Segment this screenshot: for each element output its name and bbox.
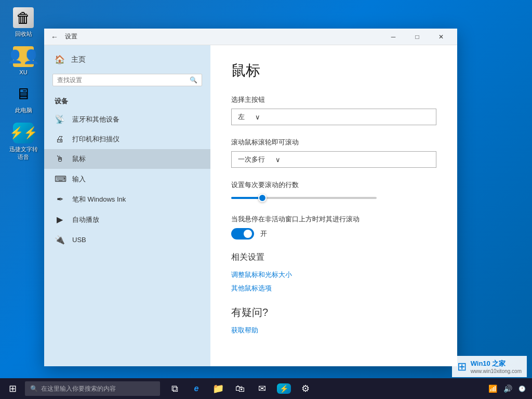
- sidebar-item-autoplay-label: 自动播放: [72, 215, 99, 224]
- window-title: 设置: [65, 32, 77, 41]
- title-bar: ← 设置 ─ □ ✕: [44, 29, 457, 45]
- clock[interactable]: 🕐: [516, 384, 528, 393]
- settings-button[interactable]: ⚙: [295, 378, 316, 399]
- scroll-arrow: ∨: [275, 156, 281, 164]
- toggle-knob: [244, 230, 252, 238]
- edge-button[interactable]: e: [186, 378, 207, 399]
- primary-button-section: 选择主按钮 左 ∨: [231, 95, 436, 125]
- get-help-link[interactable]: 获取帮助: [231, 326, 436, 335]
- lines-label: 设置每次要滚动的行数: [231, 180, 436, 190]
- sidebar-home-item[interactable]: 🏠 主页: [44, 49, 210, 70]
- app-label: 迅捷文字转语音: [7, 145, 39, 161]
- explorer-icon: 📁: [212, 383, 224, 394]
- related-settings-title: 相关设置: [231, 252, 436, 263]
- app-image: ⚡: [13, 123, 34, 143]
- content-panel: 鼠标 选择主按钮 左 ∨ 滚动鼠标滚轮即可滚动 一次多行 ∨: [210, 45, 457, 366]
- sidebar-item-autoplay[interactable]: ▶ 自动播放: [44, 209, 210, 230]
- watermark-title-text: Win10 之家: [471, 360, 506, 367]
- user-label: XU: [19, 69, 27, 75]
- maximize-icon: □: [415, 33, 419, 41]
- lines-slider-container: [231, 194, 436, 202]
- maximize-button[interactable]: □: [405, 29, 429, 45]
- close-button[interactable]: ✕: [429, 29, 453, 45]
- network-icon[interactable]: 📶: [486, 383, 499, 394]
- taskbar-app-icon: ⚡: [277, 383, 291, 394]
- edge-icon: e: [194, 384, 199, 393]
- sidebar-item-bluetooth-label: 蓝牙和其他设备: [72, 115, 119, 124]
- scroll-dropdown[interactable]: 一次多行 ∨: [231, 151, 436, 168]
- taskbar-right: 📶 🔊 🕐: [482, 383, 532, 394]
- keyboard-icon: ⌨: [55, 174, 65, 184]
- search-input[interactable]: [57, 76, 187, 84]
- page-title: 鼠标: [231, 61, 436, 81]
- back-icon: ←: [51, 33, 58, 41]
- sidebar-item-bluetooth[interactable]: 📡 蓝牙和其他设备: [44, 109, 210, 129]
- help-title: 有疑问?: [231, 305, 436, 320]
- task-view-icon: ⧉: [171, 383, 178, 394]
- store-button[interactable]: 🛍: [230, 378, 250, 399]
- search-icon: 🔍: [190, 76, 197, 84]
- taskbar-app-icons: ⧉ e 📁 🛍 ✉ ⚡ ⚙: [164, 378, 316, 399]
- printer-icon: 🖨: [55, 135, 65, 144]
- settings-window: ← 设置 ─ □ ✕ 🏠 主页: [44, 29, 457, 366]
- volume-icon[interactable]: 🔊: [501, 383, 514, 394]
- watermark-text-area: Win10 之家 www.win10xitong.com: [471, 359, 522, 374]
- back-button[interactable]: ←: [48, 31, 61, 43]
- slider-thumb[interactable]: [258, 194, 267, 202]
- system-tray: 📶 🔊 🕐: [482, 383, 532, 394]
- other-mouse-options-link[interactable]: 其他鼠标选项: [231, 284, 436, 293]
- watermark-title: Win10 之家: [471, 359, 522, 368]
- toggle-row: 开: [231, 228, 436, 240]
- home-label: 主页: [71, 55, 86, 64]
- minimize-button[interactable]: ─: [381, 29, 405, 45]
- recycle-bin-icon[interactable]: 回收站: [5, 5, 42, 40]
- cursor-size-link[interactable]: 调整鼠标和光标大小: [231, 270, 436, 280]
- recycle-bin-label: 回收站: [15, 30, 32, 38]
- minimize-icon: ─: [391, 33, 396, 41]
- start-icon: ⊞: [9, 383, 17, 394]
- sidebar-item-pen[interactable]: ✒ 笔和 Windows Ink: [44, 189, 210, 209]
- user-image: 👤: [13, 46, 34, 67]
- pen-icon: ✒: [55, 194, 65, 204]
- start-button[interactable]: ⊞: [0, 378, 25, 399]
- settings-body: 🏠 主页 🔍 设备 📡 蓝牙和其他设备 🖨 打印机和扫描仪 🖱: [44, 45, 457, 366]
- mail-button[interactable]: ✉: [251, 378, 272, 399]
- toggle-state-text: 开: [260, 229, 267, 238]
- user-icon[interactable]: 👤 XU: [5, 44, 42, 77]
- inactive-window-section: 当我悬停在非活动窗口上方时对其进行滚动 开: [231, 215, 436, 240]
- inactive-toggle[interactable]: [231, 228, 254, 240]
- app-icon[interactable]: ⚡ 迅捷文字转语音: [5, 121, 42, 163]
- home-icon: 🏠: [55, 55, 65, 64]
- store-icon: 🛍: [235, 383, 245, 394]
- primary-button-dropdown[interactable]: 左 ∨: [231, 109, 436, 125]
- search-box[interactable]: 🔍: [52, 74, 202, 86]
- slider-fill: [231, 197, 262, 199]
- sidebar-item-input-label: 输入: [72, 175, 86, 184]
- inactive-label: 当我悬停在非活动窗口上方时对其进行滚动: [231, 215, 436, 224]
- lines-slider-track[interactable]: [231, 197, 377, 199]
- sidebar-item-usb[interactable]: 🔌 USB: [44, 230, 210, 250]
- desktop-icons-area: 回收站 👤 XU 🖥 此电脑 ⚡ 迅捷文字转语音: [5, 5, 42, 163]
- task-view-button[interactable]: ⧉: [164, 378, 185, 399]
- related-settings-section: 相关设置 调整鼠标和光标大小 其他鼠标选项: [231, 252, 436, 293]
- mouse-icon: 🖱: [55, 154, 65, 164]
- computer-label: 此电脑: [15, 107, 32, 114]
- help-section: 有疑问? 获取帮助: [231, 305, 436, 335]
- sidebar-item-mouse[interactable]: 🖱 鼠标: [44, 149, 210, 169]
- primary-button-value: 左: [238, 112, 245, 122]
- sidebar-item-pen-label: 笔和 Windows Ink: [72, 195, 126, 204]
- sidebar-item-printer[interactable]: 🖨 打印机和扫描仪: [44, 129, 210, 149]
- sidebar-item-mouse-label: 鼠标: [72, 154, 86, 164]
- taskbar-app-button[interactable]: ⚡: [273, 378, 294, 399]
- watermark-logo: ⊞: [457, 360, 467, 374]
- close-icon: ✕: [438, 33, 444, 41]
- explorer-button[interactable]: 📁: [208, 378, 229, 399]
- title-bar-nav: ← 设置: [48, 31, 381, 43]
- settings-icon: ⚙: [301, 383, 310, 394]
- watermark-url: www.win10xitong.com: [471, 368, 522, 374]
- computer-icon[interactable]: 🖥 此电脑: [5, 82, 42, 116]
- taskbar-search-box[interactable]: 🔍 在这里输入你要搜索的内容: [25, 381, 160, 396]
- scroll-value: 一次多行: [238, 155, 265, 164]
- sidebar-item-input[interactable]: ⌨ 输入: [44, 169, 210, 189]
- taskbar-search-icon: 🔍: [30, 385, 38, 392]
